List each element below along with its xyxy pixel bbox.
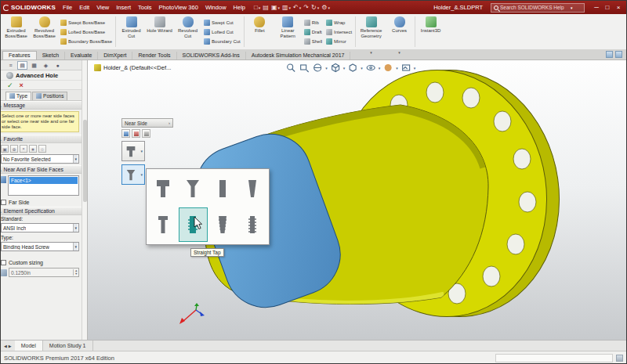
straight-hole-icon[interactable]: [208, 171, 237, 207]
wrap-button[interactable]: Wrap: [324, 18, 353, 27]
menu-file[interactable]: File: [60, 4, 74, 11]
swept-boss-base-button[interactable]: Swept Boss/Base: [59, 18, 114, 27]
boundary-boss-base-button[interactable]: Boundary Boss/Base: [59, 37, 114, 46]
spinner-control[interactable]: ▲▼: [73, 269, 78, 276]
insert-element-above-icon[interactable]: [121, 129, 130, 138]
message-section-header[interactable]: ▴Message: [1, 101, 82, 110]
tab-autodesk-simulation[interactable]: Autodesk Simulation Mechanical 2017: [246, 52, 351, 59]
cancel-button[interactable]: ×: [20, 81, 24, 89]
scrollbar-thumb[interactable]: [83, 120, 87, 202]
display-manager-tab[interactable]: ●: [53, 61, 63, 70]
standard-dropdown[interactable]: ANSI Inch▾: [1, 223, 79, 232]
tapered-tap-icon[interactable]: [208, 207, 237, 243]
options-caret-icon[interactable]: ▾: [328, 5, 330, 10]
revolved-cut-button[interactable]: Revolved Cut: [174, 16, 201, 43]
zoom-to-area-icon[interactable]: [299, 63, 310, 73]
delete-favorite-icon[interactable]: ×: [20, 145, 27, 153]
maximize-button[interactable]: □: [602, 4, 613, 11]
tab-solidworks-addins[interactable]: SOLIDWORKS Add-Ins: [177, 52, 246, 59]
tab-motion-study[interactable]: Motion Study 1: [43, 341, 93, 351]
task-pane-icon[interactable]: [615, 51, 622, 58]
menu-photoview[interactable]: PhotoView 360: [157, 4, 201, 11]
delete-element-icon[interactable]: [142, 129, 150, 138]
far-side-checkbox[interactable]: [1, 200, 6, 205]
options-icon[interactable]: ⚙: [321, 4, 327, 11]
tab-sketch[interactable]: Sketch: [37, 52, 65, 59]
undo-caret-icon[interactable]: ▾: [299, 5, 302, 10]
apply-scene-icon[interactable]: [400, 63, 411, 73]
tab-features[interactable]: Features: [2, 51, 37, 59]
apply-defaults-icon[interactable]: ▣: [1, 145, 9, 153]
mirror-button[interactable]: Mirror: [324, 37, 353, 46]
size-input[interactable]: [9, 270, 73, 276]
edit-appearance-icon[interactable]: [382, 63, 393, 73]
display-pane-icon[interactable]: [606, 51, 613, 58]
near-side-popup-header[interactable]: Near Side ›: [121, 118, 173, 128]
intersect-button[interactable]: Intersect: [324, 27, 353, 37]
lofted-cut-button[interactable]: Lofted Cut: [202, 27, 242, 37]
insert-element-below-icon[interactable]: [132, 129, 140, 138]
shell-button[interactable]: Shell: [303, 37, 324, 46]
caret-icon[interactable]: ▾: [361, 66, 363, 70]
print-caret-icon[interactable]: ▾: [289, 5, 292, 10]
undo-icon[interactable]: ↶: [293, 4, 299, 11]
hole-wizard-button[interactable]: Hole Wizard: [146, 16, 173, 43]
countersink-icon[interactable]: [179, 171, 208, 207]
menu-window[interactable]: Window: [203, 4, 229, 11]
custom-sizing-checkbox[interactable]: [1, 260, 6, 265]
ok-button[interactable]: ✓: [7, 81, 13, 89]
draft-button[interactable]: Draft: [303, 27, 324, 37]
save-caret-icon[interactable]: ▾: [277, 5, 280, 10]
instant3d-button[interactable]: Instant3D: [417, 16, 444, 43]
expand-arrow-icon[interactable]: ›: [169, 121, 170, 125]
redo-icon[interactable]: ↷: [303, 4, 309, 11]
new-document-icon[interactable]: □: [254, 4, 258, 11]
search-box[interactable]: ▾: [491, 3, 585, 13]
open-icon[interactable]: ▤: [263, 4, 269, 11]
graphics-viewport[interactable]: Holder_& (Default<<Def... ▾ ▾ ▾ ▾ ▾ ▾ Ne…: [88, 60, 626, 340]
rebuild-caret-icon[interactable]: ▾: [317, 5, 320, 10]
element-section-header[interactable]: ▴Element Specification: [1, 207, 82, 215]
feature-manager-tree-tab[interactable]: ≡: [5, 61, 16, 70]
section-view-icon[interactable]: [312, 63, 323, 73]
minimize-button[interactable]: ─: [591, 4, 602, 11]
menu-insert[interactable]: Insert: [114, 4, 133, 11]
linear-pattern-button[interactable]: Linear Pattern: [274, 16, 302, 43]
lofted-boss-base-button[interactable]: Lofted Boss/Base: [59, 27, 114, 37]
favorite-section-header[interactable]: ▴Favorite: [1, 135, 82, 143]
caret-icon[interactable]: ▾: [343, 66, 346, 70]
tab-model[interactable]: Model: [15, 341, 43, 351]
near-face-selection-list[interactable]: Face<1>: [8, 175, 79, 196]
view-orientation-icon[interactable]: [330, 63, 341, 73]
caret-icon[interactable]: ▾: [414, 66, 416, 70]
boundary-cut-button[interactable]: Boundary Cut: [202, 37, 242, 46]
spin-down-icon[interactable]: ▼: [74, 272, 78, 276]
element-caret-icon[interactable]: ▾: [140, 172, 143, 177]
caret-icon[interactable]: ▾: [379, 66, 381, 70]
extruded-boss-base-button[interactable]: Extruded Boss/Base: [2, 16, 30, 43]
load-favorite-icon[interactable]: ☆: [38, 145, 46, 153]
close-button[interactable]: ×: [613, 4, 624, 11]
reference-geometry-button[interactable]: Reference Geometry▾: [357, 16, 385, 57]
search-input[interactable]: [500, 5, 569, 10]
tab-evaluate[interactable]: Evaluate: [65, 52, 98, 59]
selected-face-item[interactable]: Face<1>: [9, 177, 78, 184]
add-favorite-icon[interactable]: ⊕: [10, 145, 18, 153]
type-dropdown[interactable]: Binding Head Screw▾: [1, 242, 79, 251]
menu-edit[interactable]: Edit: [77, 4, 92, 11]
faces-section-header[interactable]: ▴Near And Far Side Faces: [1, 165, 82, 174]
property-manager-scrollbar[interactable]: [82, 60, 88, 340]
property-manager-tab[interactable]: ▤: [17, 61, 27, 70]
extruded-cut-button[interactable]: Extruded Cut: [118, 16, 145, 43]
caret-icon[interactable]: ▾: [396, 66, 398, 70]
rebuild-icon[interactable]: ↻: [311, 4, 317, 11]
new-caret-icon[interactable]: ▾: [259, 5, 261, 10]
tapered-hole-icon[interactable]: [237, 171, 266, 207]
save-icon[interactable]: ▣: [271, 4, 277, 11]
menu-view[interactable]: View: [94, 4, 111, 11]
search-caret-icon[interactable]: ▾: [571, 5, 573, 10]
swept-cut-button[interactable]: Swept Cut: [202, 18, 242, 27]
tab-dimxpert[interactable]: DimXpert: [98, 52, 132, 59]
display-style-icon[interactable]: [347, 63, 358, 73]
revolved-boss-base-button[interactable]: Revolved Boss/Base: [31, 16, 58, 43]
